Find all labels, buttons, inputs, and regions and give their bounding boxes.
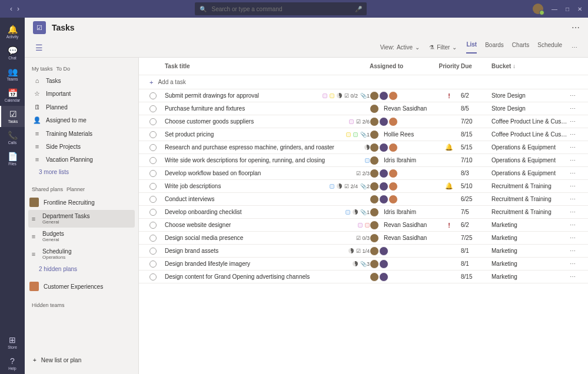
table-row[interactable]: Design brand assets☑ 1/4 8/1 Marketing ⋯ bbox=[139, 245, 588, 258]
nav-forward-icon[interactable]: › bbox=[17, 5, 19, 13]
table-row[interactable]: Develop workflow based on floorplan☑ 2/3… bbox=[139, 167, 588, 180]
list-item-tasks[interactable]: ⌂Tasks bbox=[28, 74, 135, 87]
list-item-important[interactable]: ☆Important bbox=[28, 87, 135, 101]
row-more-icon[interactable]: ⋯ bbox=[568, 273, 577, 280]
complete-radio[interactable] bbox=[150, 157, 157, 164]
rail-item-help[interactable]: ?Help bbox=[0, 353, 25, 374]
table-row[interactable]: Design branded lifestyle imagery📎3 8/1 M… bbox=[139, 258, 588, 271]
due-date: 7/20 bbox=[461, 118, 491, 125]
table-row[interactable]: Research and purchase espresso machine, … bbox=[139, 141, 588, 154]
complete-radio[interactable] bbox=[150, 118, 157, 125]
col-title[interactable]: Task title bbox=[165, 63, 370, 69]
rail-item-activity[interactable]: 🔔Activity bbox=[0, 21, 25, 42]
plan-scheduling[interactable]: ≡SchedulingOperations bbox=[28, 245, 135, 263]
complete-radio[interactable] bbox=[150, 196, 157, 203]
plan-department-tasks[interactable]: ≡Department TasksGeneral bbox=[28, 210, 135, 228]
row-more-icon[interactable]: ⋯ bbox=[568, 196, 577, 202]
complete-radio[interactable] bbox=[150, 131, 157, 138]
list-item-assigned-to-me[interactable]: 👤Assigned to me bbox=[28, 113, 135, 127]
minimize-icon[interactable]: — bbox=[552, 6, 557, 12]
table-row[interactable]: Purchase furniture and fixtures Revan Sa… bbox=[139, 102, 588, 115]
rail-item-teams[interactable]: 👥Teams bbox=[0, 64, 25, 85]
row-more-icon[interactable]: ⋯ bbox=[568, 209, 577, 215]
list-item-vacation-planning[interactable]: ≡Vacation Planning bbox=[28, 153, 135, 166]
complete-radio[interactable] bbox=[150, 170, 157, 177]
table-row[interactable]: Submit permit drawings for approval☑ 0/2… bbox=[139, 89, 588, 102]
table-row[interactable]: Write job descriptions☑ 2/4📎2 🔔 5/10 Rec… bbox=[139, 180, 588, 193]
hidden-plans-link[interactable]: 2 hidden plans bbox=[28, 263, 135, 275]
row-more-icon[interactable]: ⋯ bbox=[568, 183, 577, 189]
close-icon[interactable]: ✕ bbox=[577, 6, 582, 12]
complete-radio[interactable] bbox=[150, 144, 157, 151]
row-more-icon[interactable]: ⋯ bbox=[568, 261, 577, 267]
search-input[interactable] bbox=[211, 6, 350, 12]
complete-radio[interactable] bbox=[150, 235, 157, 242]
mic-icon[interactable]: 🎤 bbox=[355, 6, 362, 12]
customer-experiences[interactable]: Customer Experiences bbox=[28, 279, 135, 294]
header-more-icon[interactable]: ⋯ bbox=[572, 23, 580, 32]
list-item-side-projects[interactable]: ≡Side Projects bbox=[28, 140, 135, 153]
subbar-more-icon[interactable]: ⋯ bbox=[572, 44, 577, 51]
rail-item-files[interactable]: 📄Files bbox=[0, 148, 25, 169]
complete-radio[interactable] bbox=[150, 261, 157, 268]
table-row[interactable]: Choose website designer Revan Sasidhan !… bbox=[139, 219, 588, 232]
table-row[interactable]: Develop onboarding checklist📎1 Idris Ibr… bbox=[139, 206, 588, 219]
complete-radio[interactable] bbox=[150, 183, 157, 190]
hamburger-icon[interactable]: ☰ bbox=[35, 43, 43, 52]
list-item-planned[interactable]: 🗓Planned bbox=[28, 101, 135, 113]
plan-frontline-recruiting[interactable]: Frontline Recruiting bbox=[28, 195, 135, 210]
avatar bbox=[379, 117, 388, 126]
rail-item-chat[interactable]: 💬Chat bbox=[0, 42, 25, 64]
row-more-icon[interactable]: ⋯ bbox=[568, 235, 577, 241]
table-row[interactable]: Write side work descriptions for opening… bbox=[139, 154, 588, 167]
row-more-icon[interactable]: ⋯ bbox=[568, 118, 577, 125]
row-more-icon[interactable]: ⋯ bbox=[568, 105, 577, 112]
filter-dropdown[interactable]: ⚗ Filter ⌄ bbox=[429, 44, 457, 51]
complete-radio[interactable] bbox=[150, 209, 157, 216]
maximize-icon[interactable]: □ bbox=[566, 6, 569, 12]
col-assigned[interactable]: Assigned to bbox=[370, 63, 437, 69]
row-more-icon[interactable]: ⋯ bbox=[568, 222, 577, 228]
new-list-button[interactable]: + New list or plan bbox=[28, 352, 135, 368]
row-more-icon[interactable]: ⋯ bbox=[568, 248, 577, 254]
col-due[interactable]: Due bbox=[461, 63, 491, 69]
rail-item-calls[interactable]: 📞Calls bbox=[0, 127, 25, 148]
table-row[interactable]: Set product pricing📎1 Hollie Rees 8/15 C… bbox=[139, 128, 588, 141]
row-more-icon[interactable]: ⋯ bbox=[568, 144, 577, 151]
rail-item-store[interactable]: ⊞Store bbox=[0, 332, 25, 353]
tab-boards[interactable]: Boards bbox=[485, 42, 504, 53]
row-more-icon[interactable]: ⋯ bbox=[568, 131, 577, 138]
chat-icon: 💬 bbox=[8, 46, 18, 55]
nav-back-icon[interactable]: ‹ bbox=[10, 5, 12, 13]
complete-radio[interactable] bbox=[150, 222, 157, 229]
search-box[interactable]: 🔍 🎤 bbox=[195, 2, 367, 15]
list-item-training-materials[interactable]: ≡Training Materials bbox=[28, 127, 135, 140]
complete-radio[interactable] bbox=[150, 92, 157, 99]
col-bucket[interactable]: Bucket ↓ bbox=[491, 63, 568, 69]
sub-bar: ☰ View: Active ⌄ ⚗ Filter ⌄ ListBoardsCh… bbox=[25, 38, 588, 58]
bucket: Store Design bbox=[491, 92, 568, 99]
tab-schedule[interactable]: Schedule bbox=[537, 42, 562, 53]
more-lists-link[interactable]: 3 more lists bbox=[28, 166, 135, 178]
chevron-down-icon: ⌄ bbox=[415, 44, 420, 51]
complete-radio[interactable] bbox=[150, 248, 157, 255]
complete-radio[interactable] bbox=[150, 105, 157, 112]
add-task-row[interactable]: + Add a task bbox=[139, 75, 588, 89]
table-row[interactable]: Design content for Grand Opening adverti… bbox=[139, 271, 588, 283]
row-more-icon[interactable]: ⋯ bbox=[568, 92, 577, 99]
rail-item-calendar[interactable]: 📅Calendar bbox=[0, 85, 25, 106]
row-more-icon[interactable]: ⋯ bbox=[568, 170, 577, 176]
tab-list[interactable]: List bbox=[466, 41, 477, 54]
table-row[interactable]: Choose customer goods suppliers☑ 2/6 7/2… bbox=[139, 115, 588, 128]
progress-icon bbox=[337, 93, 342, 98]
rail-item-tasks[interactable]: ☑Tasks bbox=[0, 106, 25, 127]
col-priority[interactable]: Priority bbox=[437, 63, 461, 69]
complete-radio[interactable] bbox=[150, 273, 157, 280]
profile-avatar[interactable] bbox=[533, 4, 543, 14]
table-row[interactable]: Design social media presence☑ 0/3 Revan … bbox=[139, 232, 588, 245]
plan-budgets[interactable]: ≡BudgetsGeneral bbox=[28, 228, 135, 245]
table-row[interactable]: Conduct interviews 6/25 Recruitment & Tr… bbox=[139, 193, 588, 206]
view-dropdown[interactable]: View: Active ⌄ bbox=[380, 44, 420, 51]
row-more-icon[interactable]: ⋯ bbox=[568, 157, 577, 163]
tab-charts[interactable]: Charts bbox=[512, 42, 529, 53]
